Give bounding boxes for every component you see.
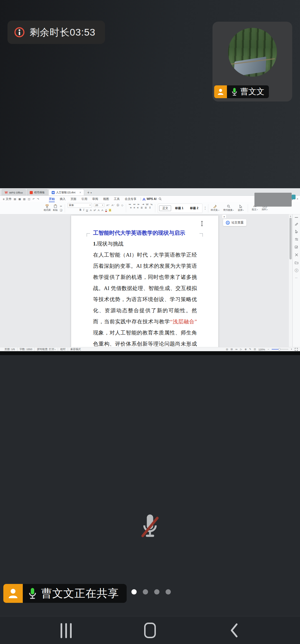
help-panel-icon[interactable]: ? (295, 269, 298, 272)
font-size-select[interactable]: 20▾ (94, 203, 104, 207)
menu-tab-页面[interactable]: 页面 (68, 196, 79, 202)
find-replace-button[interactable]: 查找替换 (223, 205, 234, 212)
page-dot-0[interactable] (131, 589, 137, 595)
participant-video-tile[interactable]: 曹文文 (212, 22, 292, 101)
side-assistant-icon[interactable] (292, 195, 296, 199)
outline-view-icon[interactable]: ≔ (235, 348, 238, 351)
page-dot-1[interactable] (143, 589, 148, 595)
screen-share-view[interactable]: WWPS Office稻壳模板W人工智能 (2).doc×+▾ ≡ 文件 ▤▦▧… (0, 188, 300, 355)
align-center-icon[interactable]: ≡ (134, 206, 135, 209)
export-icon[interactable]: ▦ (18, 198, 21, 200)
menu-tab-会员专享[interactable]: 会员专享 (122, 196, 139, 202)
mic-muted-icon[interactable] (139, 514, 161, 539)
page-view-icon[interactable]: ⊟ (231, 348, 233, 351)
page-indicator-dots[interactable] (131, 589, 171, 595)
sharing-banner[interactable]: 曹文文正在共享 (3, 584, 127, 603)
collapse-panel-button[interactable]: ▴ (222, 214, 226, 219)
increase-font-size-icon[interactable]: A⁺ (106, 204, 109, 207)
edit-mode-icon[interactable]: ✎ (249, 348, 251, 351)
read-mode-icon[interactable]: ▷ (240, 348, 242, 351)
style-option-2[interactable]: 标题 2 (187, 206, 201, 211)
document-tab-0[interactable]: WWPS Office (2, 189, 26, 195)
scrollbar-thumb[interactable] (289, 218, 292, 259)
zoom-out-icon[interactable]: − (268, 348, 269, 351)
para-mark-icon[interactable]: ≒ (150, 203, 152, 206)
menu-tab-工具[interactable]: 工具 (111, 196, 122, 202)
bullet-list-icon[interactable]: ≔ (129, 203, 131, 206)
increase-indent-icon[interactable]: ⇥ (142, 203, 144, 206)
cut-icon[interactable]: ✂ (60, 205, 62, 208)
compat-mode[interactable]: 兼容模式 (68, 348, 83, 351)
document-tab-1[interactable]: 稻壳模板 (27, 189, 48, 195)
word-count[interactable]: 字数: 1550 (17, 348, 34, 351)
document-text[interactable]: 工智能时代大学英语教学的现状与启示 1.现状与挑战在人工智能（AI）时代，大学英… (93, 227, 197, 347)
menu-tab-引用[interactable]: 引用 (79, 196, 90, 202)
scroll-up-icon[interactable]: ▴ (289, 214, 292, 217)
text-effects-icon[interactable]: Ⓐ (117, 204, 119, 207)
menu-tab-审阅[interactable]: 审阅 (90, 196, 101, 202)
wps-ai-button[interactable]: WPS AI (142, 197, 156, 200)
line-spacing-icon[interactable]: ⇕ (149, 206, 151, 209)
distribute-icon[interactable]: ≣ (145, 206, 147, 209)
web-layout-icon[interactable]: ⊕ (245, 348, 247, 351)
char-style-icon[interactable]: A (90, 209, 92, 212)
page-count[interactable]: 页面: 1/6 (2, 348, 17, 351)
proof-edit-icon[interactable] (295, 245, 298, 249)
select-button[interactable]: 选择 (238, 205, 244, 212)
decrease-indent-icon[interactable]: ⇤ (138, 203, 140, 206)
close-tab-icon[interactable]: × (79, 191, 81, 194)
undo-icon[interactable]: ↶ (32, 198, 35, 200)
styles-scroll-arrows[interactable]: ▴▾ (205, 206, 206, 210)
numbered-list-icon[interactable]: ≕ (133, 203, 136, 206)
highlight-icon[interactable]: A (109, 209, 111, 212)
align-left-icon[interactable]: ≡ (130, 206, 132, 209)
underline-icon[interactable]: U (86, 209, 88, 212)
font-color-icon[interactable]: A (105, 209, 107, 212)
search-icon[interactable] (159, 197, 162, 200)
strikethrough-icon[interactable]: A (98, 209, 99, 212)
home-button[interactable] (144, 623, 156, 638)
fit-page-icon[interactable]: ⊡ (254, 348, 256, 351)
decrease-font-size-icon[interactable]: A⁻ (111, 204, 114, 207)
italic-icon[interactable]: I (83, 209, 84, 212)
copy-icon[interactable]: ❏ (60, 209, 62, 212)
menu-tab-视图[interactable]: 视图 (101, 196, 111, 202)
pinyin-icon[interactable]: A (101, 209, 103, 212)
justify-icon[interactable]: ≣ (141, 206, 143, 209)
style-option-1[interactable]: 标题 1 (172, 206, 186, 211)
document-canvas[interactable]: 工智能时代大学英语教学的现状与启示 1.现状与挑战在人工智能（AI）时代，大学英… (0, 214, 292, 347)
document-scrollbar[interactable]: ▴ (289, 214, 292, 347)
proofread[interactable]: 校对 (58, 348, 68, 351)
eye-protect-icon[interactable]: ◎ (226, 348, 228, 351)
adjust-sliders-icon[interactable] (295, 237, 298, 241)
fullscreen-icon[interactable] (295, 348, 298, 351)
save-icon[interactable]: ▤ (14, 198, 16, 200)
edit-pencil-icon[interactable] (295, 222, 298, 226)
page-dot-3[interactable] (166, 589, 171, 595)
paper-check-button[interactable]: G 论文查重 (223, 219, 246, 226)
align-right-icon[interactable]: ≡ (137, 206, 139, 209)
zoom-slider[interactable] (272, 349, 288, 350)
document-page[interactable]: 工智能时代大学英语教学的现状与启示 1.现状与挑战在人工智能（AI）时代，大学英… (71, 216, 218, 347)
font-name-select[interactable]: 宋体▾ (68, 203, 92, 208)
zoom-slider-thumb[interactable] (278, 348, 281, 350)
style-set-button[interactable]: 样式集 (211, 205, 219, 212)
text-direction-icon[interactable]: W (146, 203, 149, 206)
file-menu-button[interactable]: ≡ 文件 (0, 197, 14, 201)
page-dot-2[interactable] (154, 589, 159, 595)
bold-icon[interactable]: B (79, 209, 81, 212)
redo-icon[interactable]: ↷ (37, 198, 39, 200)
back-button[interactable] (230, 623, 238, 638)
paste-button[interactable]: 粘贴 (53, 204, 58, 212)
style-option-0[interactable]: 正文 (159, 205, 171, 211)
menu-tab-开始[interactable]: 开始 (46, 196, 57, 202)
close-window-icon[interactable]: × (297, 197, 298, 200)
select-tool-icon[interactable] (295, 230, 298, 233)
tab-list-button[interactable]: ▾ (91, 192, 92, 194)
document-tab-2[interactable]: W人工智能 (2).doc× (49, 189, 84, 195)
superscript-icon[interactable]: x² (94, 209, 96, 212)
zoom-in-icon[interactable]: + (291, 348, 292, 351)
more-tools-icon[interactable]: ⋯ (295, 276, 298, 279)
menu-tab-插入[interactable]: 插入 (57, 196, 68, 202)
folder-history-icon[interactable] (295, 261, 298, 264)
